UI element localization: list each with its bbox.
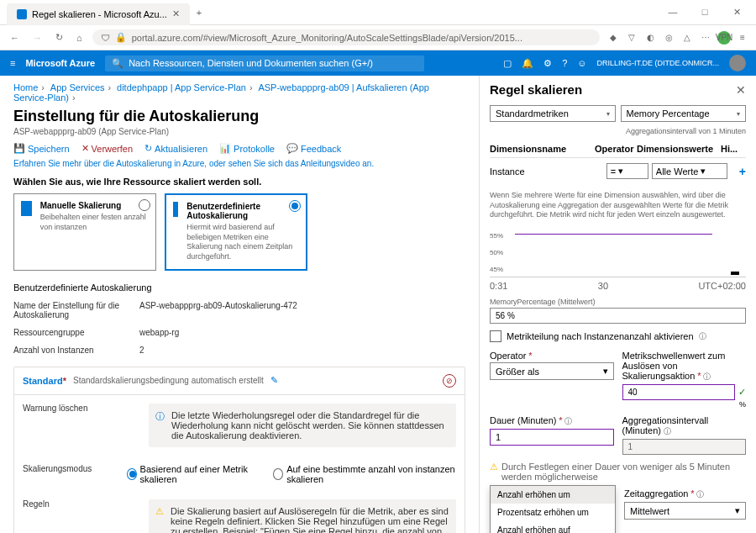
- scale-rule-panel: Regel skalieren ✕ Standardmetriken▾ Memo…: [479, 76, 756, 533]
- toolbar: 💾Speichern ✕Verwerfen ↻Aktualisieren 📊Pr…: [13, 143, 465, 154]
- edit-icon[interactable]: ✎: [270, 375, 278, 386]
- duration-input[interactable]: 1: [490, 429, 614, 446]
- dim-name: Instance: [490, 166, 603, 177]
- feedback-button[interactable]: 💬Feedback: [286, 143, 341, 154]
- ext-icon[interactable]: ◎: [662, 31, 675, 45]
- card-custom-autoscaling[interactable]: Benutzerdefinierte Autoskalierung Hiermi…: [165, 193, 307, 271]
- cloudshell-icon[interactable]: ▢: [503, 58, 512, 69]
- dd-item[interactable]: Prozentsatz erhöhen um: [491, 504, 615, 521]
- window-maximize[interactable]: □: [692, 7, 717, 18]
- chart-marker: [731, 272, 739, 275]
- refresh-button[interactable]: ↻Aktualisieren: [144, 143, 207, 154]
- chart-line: [515, 234, 712, 235]
- dur-warn: Durch Festlegen einer Dauer von weniger …: [501, 462, 746, 482]
- menu-icon[interactable]: ≡: [736, 31, 749, 45]
- mp-label: MemoryPercentage (Mittelwert): [490, 298, 746, 306]
- dd-item[interactable]: Anzahl erhöhen um: [491, 486, 615, 504]
- choose-label: Wählen Sie aus, wie Ihre Ressource skali…: [13, 177, 465, 187]
- page-title: Einstellung für die Autoskalierung: [13, 108, 465, 125]
- panel-subtitle: Standardskalierungsbedingung automatisch…: [73, 376, 264, 385]
- tab-title: Regel skalieren - Microsoft Azu...: [32, 9, 167, 19]
- scale-condition-panel: Standard* Standardskalierungsbedingung a…: [13, 367, 465, 533]
- lock-icon: 🔒: [115, 32, 127, 43]
- col-hi: Hi...: [721, 144, 746, 154]
- azure-favicon: [17, 9, 27, 19]
- radio-icon: [289, 200, 301, 212]
- logs-icon: 📊: [219, 143, 231, 154]
- nav-refresh-icon[interactable]: ↻: [52, 30, 66, 45]
- pct-label: %: [622, 400, 747, 409]
- close-icon[interactable]: ✕: [736, 83, 746, 97]
- timeagg-select[interactable]: Mittelwert▾: [624, 502, 746, 520]
- search-placeholder: Nach Ressourcen, Diensten und Dokumenten…: [129, 58, 373, 68]
- logs-button[interactable]: 📊Protokolle: [219, 143, 275, 154]
- metric-source-select[interactable]: Standardmetriken▾: [490, 105, 616, 122]
- save-button[interactable]: 💾Speichern: [13, 143, 70, 154]
- dd-item[interactable]: Anzahl erhöhen auf: [491, 521, 615, 533]
- new-tab-button[interactable]: +: [197, 8, 202, 18]
- metric-split-checkbox[interactable]: [490, 330, 501, 342]
- vpn-badge[interactable]: VPN: [717, 31, 731, 45]
- operator-select[interactable]: Größer als▾: [490, 362, 614, 380]
- info-icon[interactable]: ⓘ: [664, 427, 671, 435]
- radio-metric[interactable]: Basierend auf einer Metrik skalieren: [127, 464, 260, 484]
- hamburger-icon[interactable]: ≡: [10, 58, 15, 68]
- browser-titlebar: Regel skalieren - Microsoft Azu... ✕ + ―…: [0, 0, 756, 25]
- window-minimize[interactable]: ―: [660, 7, 685, 18]
- manual-icon: [21, 201, 32, 216]
- help-icon[interactable]: ?: [562, 58, 567, 68]
- name-label: Name der Einstellung für die Autoskalier…: [13, 301, 139, 319]
- card-manual-scaling[interactable]: Manuelle Skalierung Beibehalten einer fe…: [13, 193, 156, 271]
- warn-label: Warnung löschen: [23, 404, 149, 456]
- op-label: Operator: [490, 351, 526, 361]
- info-icon[interactable]: ⓘ: [703, 372, 711, 381]
- ext-icon[interactable]: △: [680, 31, 694, 45]
- window-close[interactable]: ✕: [724, 7, 749, 18]
- x-tick: UTC+02:00: [698, 281, 746, 291]
- info-icon[interactable]: ⓘ: [564, 417, 572, 425]
- chk-label: Metrikteilung nach Instanzenanzahl aktiv…: [507, 331, 694, 341]
- crumb-plan[interactable]: ditdephpapp | App Service-Plan: [117, 82, 246, 92]
- nav-home-icon[interactable]: ⌂: [73, 31, 86, 45]
- crumb-appservices[interactable]: App Services: [50, 82, 105, 92]
- dim-val-select[interactable]: Alle Werte▾: [652, 163, 727, 179]
- discard-button[interactable]: ✕Verwerfen: [81, 143, 134, 154]
- ext-icon[interactable]: ▽: [625, 31, 638, 45]
- refresh-icon: ↻: [144, 143, 152, 154]
- ext-icon[interactable]: ◐: [643, 31, 657, 45]
- avatar[interactable]: [729, 55, 746, 71]
- col-dimension: Dimensionsname: [490, 144, 595, 154]
- ext-icon[interactable]: ◆: [606, 31, 620, 45]
- feedback-icon[interactable]: ☺: [577, 58, 586, 68]
- azure-logo[interactable]: Microsoft Azure: [25, 58, 95, 68]
- main-content: Home› App Services› ditdephpapp | App Se…: [0, 76, 479, 533]
- add-dimension-icon[interactable]: +: [739, 165, 746, 178]
- multi-desc: Wenn Sie mehrere Werte für eine Dimensio…: [490, 191, 746, 220]
- radio-count[interactable]: Auf eine bestimmte anzahl von instanzen …: [273, 464, 456, 484]
- y-tick: 45%: [490, 266, 503, 273]
- notifications-icon[interactable]: 🔔: [522, 58, 533, 69]
- name-value: ASP-webappprg-ab09-Autoskalierung-472: [139, 301, 297, 319]
- x-tick: 30: [598, 281, 608, 291]
- feedback-icon: 💬: [286, 143, 298, 154]
- settings-icon[interactable]: ⚙: [543, 58, 552, 69]
- info-icon[interactable]: ⓘ: [699, 331, 706, 342]
- azure-search[interactable]: 🔍 Nach Ressourcen, Diensten und Dokument…: [105, 55, 424, 71]
- delete-icon[interactable]: ⊘: [443, 374, 456, 388]
- custom-icon: [173, 202, 178, 217]
- dim-op-select[interactable]: =▾: [606, 163, 648, 179]
- user-account[interactable]: DRILLING-IT.DE (DITDE.ONMICR...: [596, 59, 719, 67]
- ext-icon[interactable]: ⋯: [699, 31, 712, 45]
- crumb-home[interactable]: Home: [13, 82, 38, 92]
- dur-label: Dauer (Minuten): [490, 415, 556, 425]
- col-operator: Operator: [595, 144, 637, 154]
- nav-back-icon[interactable]: ←: [7, 31, 23, 45]
- timeagg-label: Zeitaggregation: [624, 488, 688, 499]
- threshold-input[interactable]: [622, 384, 736, 400]
- url-field[interactable]: 🛡 🔒 portal.azure.com/#view/Microsoft_Azu…: [92, 29, 600, 45]
- breadcrumb: Home› App Services› ditdephpapp | App Se…: [13, 82, 465, 103]
- metric-name-select[interactable]: Memory Percentage▾: [621, 105, 747, 122]
- browser-tab[interactable]: Regel skalieren - Microsoft Azu... ✕: [7, 3, 190, 25]
- tab-close-icon[interactable]: ✕: [172, 8, 180, 19]
- info-icon[interactable]: ⓘ: [696, 490, 704, 499]
